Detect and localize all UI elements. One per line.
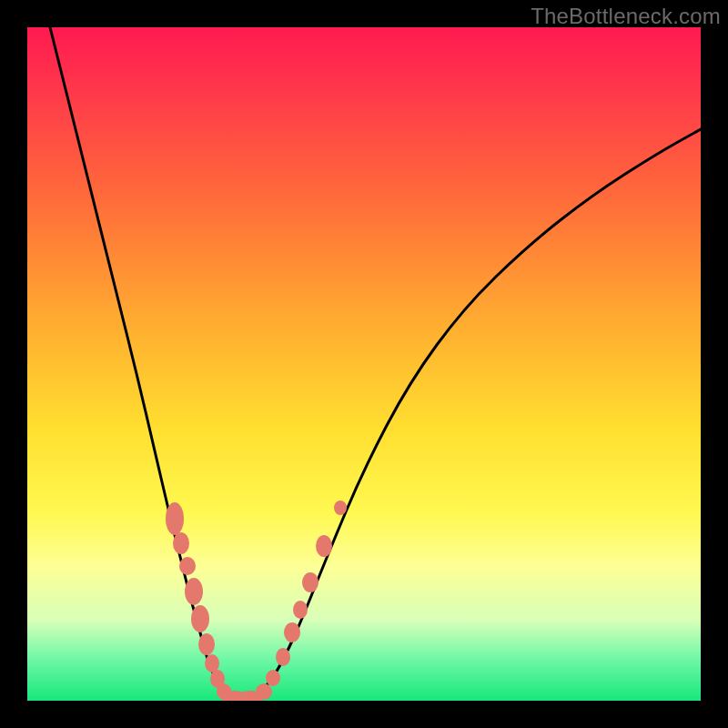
chart-frame: TheBottleneck.com xyxy=(0,0,728,728)
curve-marker xyxy=(293,601,308,619)
curve-marker xyxy=(266,670,280,686)
plot-area xyxy=(27,27,701,701)
curve-markers xyxy=(166,500,347,701)
curve-marker xyxy=(205,654,219,672)
curve-marker xyxy=(179,557,196,575)
curve-marker xyxy=(316,535,332,557)
curve-marker xyxy=(302,572,318,592)
curve-marker xyxy=(191,605,209,632)
bottleneck-chart-svg xyxy=(27,27,701,701)
curve-marker xyxy=(185,578,203,605)
curve-marker xyxy=(284,622,300,642)
curve-marker xyxy=(166,502,184,535)
curve-marker xyxy=(173,532,189,554)
curve-marker xyxy=(276,648,290,666)
bottleneck-curve xyxy=(50,27,701,698)
curve-marker xyxy=(198,633,215,655)
curve-marker xyxy=(334,500,347,515)
watermark-text: TheBottleneck.com xyxy=(531,4,721,29)
curve-marker xyxy=(256,683,272,700)
